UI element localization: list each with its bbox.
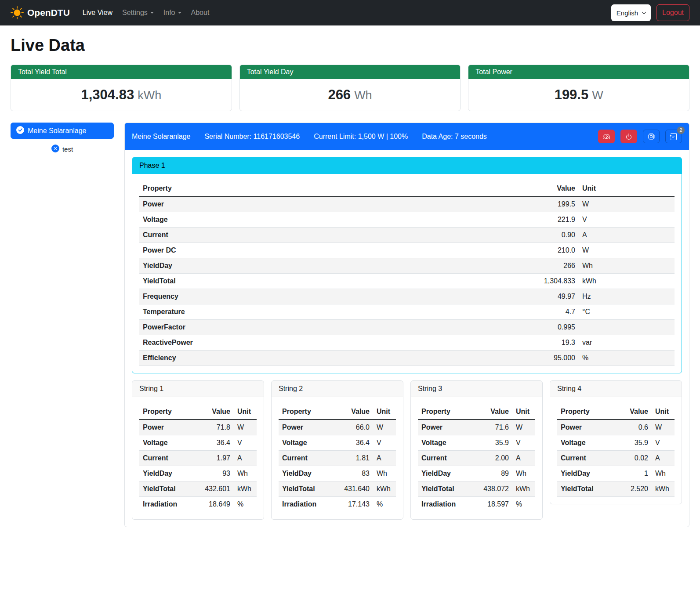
row-property: YieldDay	[557, 466, 615, 481]
row-value: 35.9	[615, 435, 652, 451]
event-log-button[interactable]: 2	[665, 130, 682, 143]
row-unit: %	[512, 497, 535, 512]
row-value: 266	[402, 258, 579, 274]
chevron-down-icon	[178, 12, 181, 14]
table-row: YieldTotal 438.072 kWh	[418, 481, 535, 497]
nav-item-info[interactable]: Info	[159, 5, 186, 20]
page-title: Live Data	[11, 36, 689, 55]
card-value-row: 266Wh	[240, 79, 461, 111]
check-circle-icon	[16, 126, 24, 136]
row-value: 0.6	[615, 420, 652, 435]
row-unit: Wh	[373, 466, 396, 481]
brand[interactable]: OpenDTU	[11, 6, 70, 19]
row-property: Frequency	[139, 289, 402, 304]
string-3-card: String 3 Property Value Unit	[410, 380, 543, 520]
table-row: PowerFactor 0.995	[139, 320, 675, 335]
row-unit: V	[234, 435, 257, 451]
row-unit: %	[234, 497, 257, 512]
nav-item-live-view[interactable]: Live View	[78, 5, 117, 20]
row-value: 89	[475, 466, 512, 481]
nav-item-settings[interactable]: Settings	[117, 5, 159, 20]
string-body: Property Value Unit Power	[272, 397, 403, 519]
row-unit: kWh	[373, 481, 396, 497]
column-value: Value	[402, 181, 579, 196]
table-row: Voltage 35.9 V	[557, 435, 675, 451]
column-unit: Unit	[652, 404, 675, 420]
row-unit: A	[652, 451, 675, 466]
row-value: 438.072	[475, 481, 512, 497]
column-value: Value	[615, 404, 652, 420]
row-unit: Wh	[512, 466, 535, 481]
row-value: 221.9	[402, 212, 579, 228]
row-property: Voltage	[418, 435, 475, 451]
card-unit: Wh	[354, 89, 372, 102]
row-property: YieldDay	[418, 466, 475, 481]
row-value: 93	[197, 466, 234, 481]
table-header-row: Property Value Unit	[279, 404, 396, 420]
logout-button[interactable]: Logout	[656, 4, 689, 21]
row-property: YieldTotal	[139, 481, 197, 497]
card-value: 1,304.83	[81, 87, 134, 102]
table-row: Voltage 35.9 V	[418, 435, 535, 451]
row-property: ReactivePower	[139, 335, 402, 351]
string-1-card: String 1 Property Value Unit	[132, 380, 264, 520]
row-value: 1.97	[197, 451, 234, 466]
row-unit: W	[234, 420, 257, 435]
card-title: Total Yield Day	[240, 65, 461, 79]
row-property: PowerFactor	[139, 320, 402, 335]
string-title: String 3	[411, 381, 542, 397]
table-row: YieldDay 83 Wh	[279, 466, 396, 481]
row-unit: Wh	[579, 258, 675, 274]
string-title: String 2	[272, 381, 403, 397]
column-unit: Unit	[579, 181, 675, 196]
row-unit: A	[579, 228, 675, 243]
language-select[interactable]: English	[611, 4, 651, 21]
column-value: Value	[197, 404, 234, 420]
row-unit: W	[373, 420, 396, 435]
row-unit: var	[579, 335, 675, 351]
limit-settings-button[interactable]	[598, 130, 615, 143]
power-button[interactable]	[620, 130, 637, 143]
card-unit: kWh	[138, 89, 161, 102]
device-info-button[interactable]	[643, 130, 660, 143]
card-value: 199.5	[555, 87, 589, 102]
string-body: Property Value Unit Power	[550, 397, 682, 504]
row-property: Efficiency	[139, 351, 402, 366]
row-value: 18.649	[197, 497, 234, 512]
inverter-sidebar: Meine Solaranlage test	[11, 123, 114, 154]
table-row: Power 71.8 W	[139, 420, 257, 435]
x-circle-icon	[51, 145, 59, 154]
row-unit: V	[373, 435, 396, 451]
table-row: ReactivePower 19.3 var	[139, 335, 675, 351]
cpu-icon	[648, 133, 655, 140]
row-unit: A	[373, 451, 396, 466]
row-property: Irradiation	[139, 497, 197, 512]
navbar-right: English Logout	[611, 4, 689, 21]
table-row: YieldTotal 1,304.833 kWh	[139, 274, 675, 289]
column-value: Value	[336, 404, 373, 420]
inverter-serial: Serial Number: 116171603546	[204, 133, 300, 141]
string-body: Property Value Unit Power	[411, 397, 542, 519]
row-value: 35.9	[475, 435, 512, 451]
row-property: Power	[279, 420, 336, 435]
row-unit: V	[579, 212, 675, 228]
sidebar-item-test[interactable]: test	[11, 145, 114, 154]
row-unit: V	[512, 435, 535, 451]
card-value: 266	[328, 87, 351, 102]
phase-card: Phase 1 Property Value Unit	[132, 157, 682, 373]
nav-item-about[interactable]: About	[186, 5, 214, 20]
row-property: Power	[418, 420, 475, 435]
summary-cards: Total Yield Total 1,304.83kWh Total Yiel…	[11, 65, 689, 111]
sidebar-item-meine-solaranlage[interactable]: Meine Solaranlage	[11, 123, 114, 139]
table-row: Efficiency 95.000 %	[139, 351, 675, 366]
row-value: 432.601	[197, 481, 234, 497]
string-2-card: String 2 Property Value Unit	[271, 380, 403, 520]
row-value: 2.520	[615, 481, 652, 497]
card-unit: W	[592, 89, 603, 102]
column-value: Value	[475, 404, 512, 420]
row-unit: W	[579, 196, 675, 212]
column-property: Property	[139, 181, 402, 196]
card-total-yield-day: Total Yield Day 266Wh	[239, 65, 461, 111]
row-unit: %	[579, 351, 675, 366]
row-value: 0.02	[615, 451, 652, 466]
